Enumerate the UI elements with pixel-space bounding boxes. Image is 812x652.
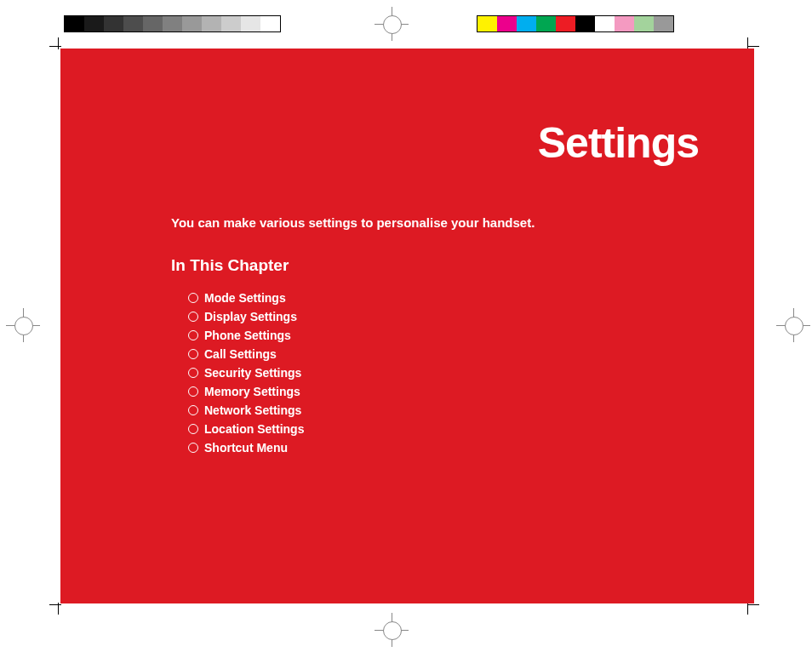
swatch [65, 16, 84, 31]
chapter-item-label: Phone Settings [204, 326, 291, 345]
registration-mark-bottom [375, 613, 409, 647]
swatch [654, 16, 673, 31]
bullet-icon [188, 443, 198, 453]
chapter-item-label: Security Settings [204, 363, 301, 382]
chapter-heading: In This Chapter [171, 256, 289, 275]
registration-mark-left [6, 308, 40, 342]
page-title: Settings [538, 118, 699, 168]
bullet-icon [188, 368, 198, 378]
chapter-list: Mode SettingsDisplay SettingsPhone Setti… [188, 289, 304, 457]
swatch [634, 16, 654, 31]
chapter-item-label: Display Settings [204, 307, 297, 326]
chapter-list-item: Shortcut Menu [188, 438, 304, 457]
intro-text: You can make various settings to persona… [171, 215, 535, 230]
chapter-list-item: Mode Settings [188, 289, 304, 307]
bullet-icon [188, 386, 198, 397]
bullet-icon [188, 330, 198, 340]
swatch [260, 16, 280, 31]
swatch [497, 16, 517, 31]
page-body: Settings You can make various settings t… [60, 49, 754, 603]
bullet-icon [188, 293, 198, 303]
bullet-icon [188, 349, 198, 359]
swatch [241, 16, 260, 31]
color-bar [477, 15, 674, 32]
bullet-icon [188, 405, 198, 415]
bullet-icon [188, 312, 198, 322]
swatch [221, 16, 241, 31]
bullet-icon [188, 424, 198, 434]
swatch [123, 16, 143, 31]
swatch [477, 16, 497, 31]
swatch [84, 16, 104, 31]
registration-mark-right [776, 308, 810, 342]
swatch [202, 16, 221, 31]
chapter-item-label: Network Settings [204, 401, 301, 420]
swatch [163, 16, 182, 31]
swatch [104, 16, 123, 31]
swatch [143, 16, 163, 31]
chapter-item-label: Mode Settings [204, 289, 286, 307]
chapter-item-label: Shortcut Menu [204, 438, 288, 457]
swatch [575, 16, 595, 31]
chapter-list-item: Memory Settings [188, 382, 304, 401]
swatch [615, 16, 634, 31]
swatch [536, 16, 556, 31]
chapter-list-item: Call Settings [188, 345, 304, 363]
swatch [556, 16, 575, 31]
grayscale-ramp [64, 15, 281, 32]
chapter-item-label: Call Settings [204, 345, 277, 363]
registration-mark-top [375, 7, 409, 41]
chapter-list-item: Security Settings [188, 363, 304, 382]
chapter-list-item: Location Settings [188, 420, 304, 438]
chapter-list-item: Display Settings [188, 307, 304, 326]
chapter-item-label: Memory Settings [204, 382, 300, 401]
swatch [595, 16, 615, 31]
chapter-item-label: Location Settings [204, 420, 304, 438]
chapter-list-item: Network Settings [188, 401, 304, 420]
swatch [517, 16, 536, 31]
swatch [182, 16, 202, 31]
chapter-list-item: Phone Settings [188, 326, 304, 345]
